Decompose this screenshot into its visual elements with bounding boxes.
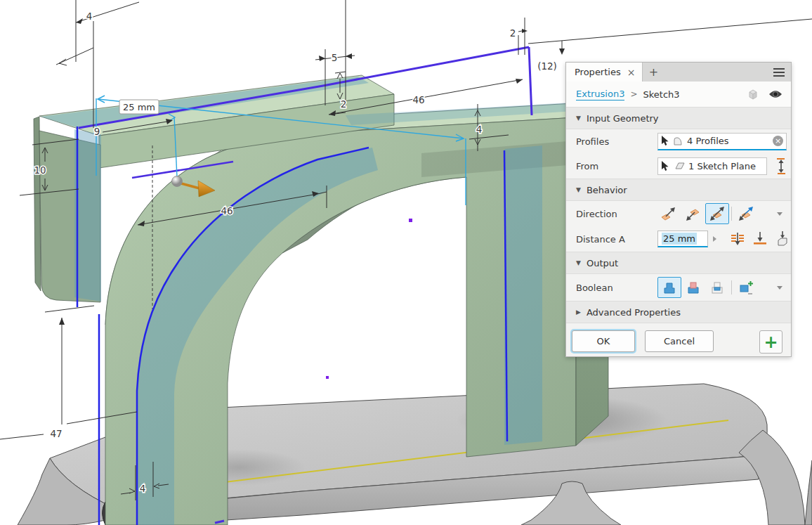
sketch-plane-icon <box>673 162 685 170</box>
flip-direction-button[interactable] <box>775 158 787 174</box>
dim-arch-46: 46 <box>221 205 233 216</box>
profile-shape-icon <box>673 136 683 146</box>
tab-label: Properties <box>575 67 621 77</box>
boolean-intersect-button[interactable] <box>705 277 729 298</box>
from-value: 1 Sketch Plane <box>688 161 756 171</box>
section-output[interactable]: ▼ Output <box>566 252 791 274</box>
boolean-dropdown-icon[interactable] <box>777 286 782 290</box>
profiles-label: Profiles <box>576 136 657 147</box>
from-field[interactable]: 1 Sketch Plane <box>657 157 767 175</box>
distance-row: Distance A 25 mm <box>566 226 791 252</box>
inventor-app: 4 5 46 2 2 (12) 4 9 10 46 47 4 25 mm Pro… <box>0 0 812 525</box>
solid-preview-icon[interactable] <box>745 88 761 101</box>
dim-top-46: 46 <box>412 94 424 105</box>
profiles-value: 4 Profiles <box>687 136 729 146</box>
clear-selection-icon[interactable]: × <box>773 136 783 146</box>
direction-default-button[interactable] <box>657 203 681 224</box>
section-caret-icon: ▶ <box>576 309 581 316</box>
dim-right-4: 4 <box>476 124 483 135</box>
distance-mode-icons <box>729 231 791 248</box>
direction-label: Direction <box>576 209 657 219</box>
dim-bottom-4: 4 <box>140 483 146 494</box>
cursor-select-icon <box>661 161 669 171</box>
dim-offset-9: 9 <box>94 126 100 137</box>
direction-dropdown-icon[interactable] <box>777 212 782 216</box>
dim-height-47: 47 <box>50 428 62 439</box>
boolean-label: Boolean <box>576 283 657 293</box>
section-label: Input Geometry <box>587 113 659 124</box>
from-label: From <box>576 161 657 171</box>
dim-top-left-4: 4 <box>86 11 93 22</box>
distance-tooltip-text: 25 mm <box>123 102 155 112</box>
boolean-new-solid-button[interactable] <box>734 277 758 298</box>
section-input-geometry[interactable]: ▼ Input Geometry <box>566 107 791 129</box>
section-caret-icon: ▼ <box>576 115 581 122</box>
distance-value: 25 mm <box>662 233 697 245</box>
preview-band-right-column <box>504 145 542 445</box>
direction-flipped-button[interactable] <box>681 203 705 224</box>
add-tab-button[interactable]: + <box>643 63 664 82</box>
direction-symmetric-button[interactable] <box>705 203 729 224</box>
ok-button[interactable]: OK <box>572 330 635 352</box>
separator <box>731 280 732 294</box>
direction-asymmetric-button[interactable] <box>734 203 758 224</box>
breadcrumb-sketch[interactable]: Sketch3 <box>643 89 680 100</box>
section-label: Behavior <box>587 185 627 195</box>
section-caret-icon: ▼ <box>576 186 581 193</box>
boolean-join-button[interactable] <box>657 277 681 298</box>
breadcrumb-feature[interactable]: Extrusion3 <box>576 89 624 101</box>
distance-tooltip: 25 mm <box>119 100 159 114</box>
section-caret-icon: ▼ <box>576 259 581 266</box>
dim-left-2: 2 <box>341 98 347 110</box>
dim-gap-5: 5 <box>332 52 338 63</box>
distance-expander-icon[interactable] <box>709 231 719 247</box>
visibility-eye-icon[interactable] <box>767 89 784 99</box>
new-feature-button[interactable]: + <box>759 330 782 354</box>
boolean-cut-button[interactable] <box>681 277 705 298</box>
close-tab-icon[interactable]: × <box>627 67 636 77</box>
panel-tabbar: Properties × + <box>566 63 791 82</box>
panel-footer: OK Cancel + <box>566 323 791 356</box>
dim-left-10: 10 <box>34 164 46 176</box>
base-right-leg-side <box>805 460 812 525</box>
tabbar-spacer <box>664 63 767 82</box>
section-behavior[interactable]: ▼ Behavior <box>566 179 791 201</box>
section-advanced-properties[interactable]: ▶ Advanced Properties <box>566 301 791 323</box>
dim-right-2: 2 <box>510 27 516 39</box>
direction-row: Direction <box>566 201 791 226</box>
boolean-row: Boolean <box>566 274 791 301</box>
cancel-button[interactable]: Cancel <box>645 330 714 352</box>
preview-band-left-box <box>74 129 101 302</box>
extent-distance-button[interactable] <box>729 231 746 248</box>
sketch-point-1 <box>409 219 412 222</box>
section-label: Output <box>587 258 618 268</box>
profiles-field[interactable]: 4 Profiles × <box>657 133 787 150</box>
from-row: From 1 Sketch Plane <box>566 153 791 179</box>
distance-input[interactable]: 25 mm <box>657 231 708 247</box>
properties-panel: Properties × + Extrusion3 > Sketch3 ▼ In… <box>565 62 792 357</box>
extent-through-all-button[interactable] <box>774 231 791 248</box>
breadcrumb: Extrusion3 > Sketch3 <box>566 82 791 107</box>
tab-properties[interactable]: Properties × <box>566 63 643 82</box>
breadcrumb-separator: > <box>630 89 637 99</box>
extent-to-button[interactable] <box>752 231 768 248</box>
distance-label: Distance A <box>576 234 657 245</box>
separator <box>731 207 732 221</box>
cursor-select-icon <box>661 136 669 146</box>
section-label: Advanced Properties <box>587 307 681 318</box>
menu-icon[interactable] <box>767 63 791 82</box>
sketch-point-2 <box>326 376 329 379</box>
manipulator-grip-sphere <box>172 176 183 187</box>
profiles-row: Profiles 4 Profiles × <box>566 129 791 153</box>
dim-ref-12: (12) <box>537 60 557 72</box>
